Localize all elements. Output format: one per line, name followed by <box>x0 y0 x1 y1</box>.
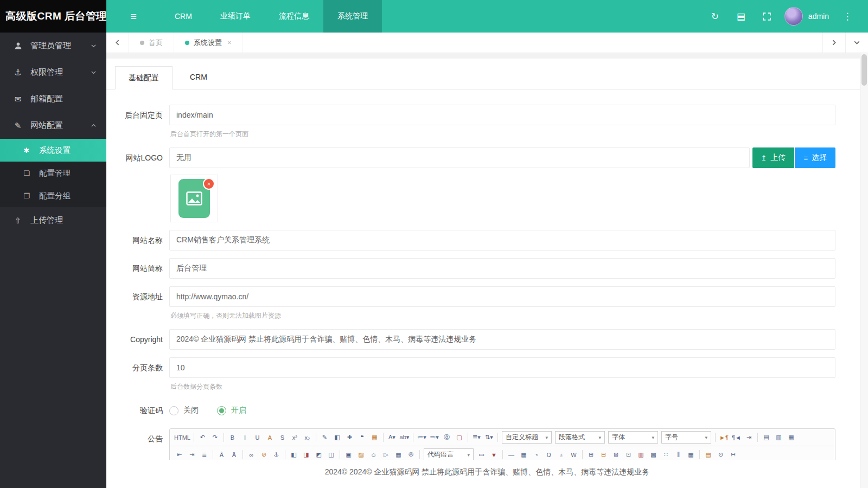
editor-tool-icon[interactable]: Â <box>216 449 227 460</box>
editor-tool-icon[interactable]: ►¶ <box>718 432 730 444</box>
editor-tool-icon[interactable]: S <box>277 432 288 444</box>
editor-tool-icon[interactable]: ⇥ <box>186 449 197 460</box>
editor-tool-icon[interactable]: Ä <box>228 449 240 460</box>
editor-tool-icon[interactable]: ◧ <box>288 449 299 460</box>
editor-tool-icon[interactable]: ▼ <box>488 449 500 460</box>
sidebar-item-upload-manage[interactable]: ⇧ 上传管理 <box>0 207 106 234</box>
editor-tool-icon[interactable]: ▤ <box>761 432 772 444</box>
editor-tool-icon[interactable]: ≔▾ <box>416 432 427 444</box>
editor-tool-icon[interactable]: Ω <box>543 449 554 460</box>
editor-dropdown[interactable]: 代码语言▾ <box>424 448 474 460</box>
avatar[interactable] <box>784 7 803 25</box>
upload-button[interactable]: ↥ 上传 <box>752 147 795 168</box>
editor-tool-icon[interactable]: B <box>227 432 238 444</box>
editor-tool-icon[interactable]: ⊘ <box>258 449 270 460</box>
editor-tool-icon[interactable]: ☺ <box>368 449 379 460</box>
editor-tool-icon[interactable]: ◔ <box>531 449 542 460</box>
editor-tool-icon[interactable]: x₂ <box>302 432 313 444</box>
tab-crm[interactable]: CRM <box>173 66 225 89</box>
editor-tool-icon[interactable]: ▢ <box>454 432 465 444</box>
editor-tool-icon[interactable]: ♁ <box>556 449 567 460</box>
editor-tool-icon[interactable]: HTML <box>174 432 191 444</box>
nav-item-process[interactable]: 流程信息 <box>265 0 323 33</box>
editor-tool-icon[interactable]: ⓐ <box>441 432 452 444</box>
clear-cache-icon[interactable]: ▤ <box>728 0 754 33</box>
editor-tool-icon[interactable]: ⊠ <box>610 449 622 460</box>
copyright-input[interactable] <box>169 329 835 350</box>
editor-tool-icon[interactable]: ▥ <box>773 432 784 444</box>
editor-tool-icon[interactable]: x² <box>289 432 301 444</box>
nav-item-system[interactable]: 系统管理 <box>323 0 382 33</box>
editor-tool-icon[interactable]: ⊞ <box>585 449 597 460</box>
editor-tool-icon[interactable]: ✎ <box>319 432 330 444</box>
captcha-on-radio[interactable]: 开启 <box>217 406 246 415</box>
editor-dropdown[interactable]: 字体▾ <box>608 431 658 444</box>
editor-tool-icon[interactable]: ▦ <box>685 449 697 460</box>
editor-tool-icon[interactable]: ∺ <box>727 449 739 460</box>
editor-tool-icon[interactable]: ◫ <box>326 449 337 460</box>
editor-tool-icon[interactable]: I <box>239 432 251 444</box>
editor-tool-icon[interactable]: ⊙ <box>715 449 726 460</box>
editor-tool-icon[interactable]: ❝ <box>356 432 368 444</box>
site-name-input[interactable] <box>169 230 835 251</box>
editor-tool-icon[interactable]: ▦ <box>369 432 380 444</box>
editor-tool-icon[interactable]: ▦ <box>518 449 529 460</box>
editor-dropdown[interactable]: 段落格式▾ <box>555 431 605 444</box>
editor-tool-icon[interactable]: ≣ <box>199 449 210 460</box>
editor-tool-icon[interactable]: ▩ <box>648 449 659 460</box>
refresh-icon[interactable]: ↻ <box>702 0 728 33</box>
close-icon[interactable]: × <box>227 38 232 47</box>
editor-tool-icon[interactable]: ↷ <box>209 432 221 444</box>
editor-tool-icon[interactable]: ▦ <box>786 432 797 444</box>
scrollbar[interactable] <box>860 53 868 488</box>
editor-tool-icon[interactable]: ⇅▾ <box>483 432 495 444</box>
sidebar-item-system-settings[interactable]: ✱ 系统设置 <box>0 139 106 162</box>
tabs-menu-icon[interactable] <box>845 33 868 53</box>
editor-tool-icon[interactable]: ◨ <box>301 449 312 460</box>
editor-tool-icon[interactable]: ▭ <box>476 449 487 460</box>
editor-tool-icon[interactable]: ⇥ <box>743 432 755 444</box>
editor-tool-icon[interactable]: U <box>252 432 263 444</box>
editor-tool-icon[interactable]: — <box>506 449 517 460</box>
editor-tool-icon[interactable]: ▷ <box>380 449 392 460</box>
editor-tool-icon[interactable]: ▤ <box>703 449 714 460</box>
editor-tool-icon[interactable]: ⊟ <box>598 449 609 460</box>
editor-tool-icon[interactable]: ✇ <box>405 449 417 460</box>
more-vert-icon[interactable]: ⋮ <box>834 0 860 33</box>
editor-tool-icon[interactable]: ∞ <box>246 449 257 460</box>
sidebar-item-admin-manage[interactable]: 管理员管理 <box>0 33 106 59</box>
editor-tool-icon[interactable]: ◩ <box>313 449 324 460</box>
menu-toggle-icon[interactable]: ≡ <box>106 0 161 33</box>
tab-home[interactable]: 首页 <box>129 33 174 53</box>
editor-tool-icon[interactable]: ⊡ <box>623 449 634 460</box>
sidebar-item-mail-config[interactable]: ✉ 邮箱配置 <box>0 86 106 112</box>
sidebar-item-site-config[interactable]: ✎ 网站配置 <box>0 112 106 139</box>
remove-image-icon[interactable]: × <box>203 178 215 190</box>
editor-tool-icon[interactable]: W <box>568 449 579 460</box>
tabs-scroll-left-icon[interactable] <box>106 33 129 53</box>
editor-tool-icon[interactable]: ≣▾ <box>471 432 482 444</box>
editor-tool-icon[interactable]: ≕▾ <box>429 432 440 444</box>
nav-item-crm[interactable]: CRM <box>161 0 206 33</box>
editor-tool-icon[interactable]: ↶ <box>197 432 208 444</box>
editor-dropdown[interactable]: 字号▾ <box>661 431 711 444</box>
tab-system-settings[interactable]: 系统设置 × <box>174 33 243 53</box>
editor-tool-icon[interactable]: ⫼ <box>673 449 684 460</box>
editor-tool-icon[interactable]: A <box>264 432 276 444</box>
scrollbar-thumb[interactable] <box>861 54 867 86</box>
editor-tool-icon[interactable]: A▾ <box>386 432 398 444</box>
editor-tool-icon[interactable]: ▦ <box>393 449 404 460</box>
fixed-page-input[interactable] <box>169 105 835 125</box>
sidebar-item-permission[interactable]: ⚓ 权限管理 <box>0 59 106 86</box>
choose-button[interactable]: ≡ 选择 <box>795 147 835 168</box>
editor-tool-icon[interactable]: ✚ <box>344 432 355 444</box>
editor-tool-icon[interactable]: ab▾ <box>399 432 410 444</box>
editor-tool-icon[interactable]: ⇤ <box>174 449 185 460</box>
page-size-input[interactable] <box>169 357 835 378</box>
username[interactable]: admin <box>808 12 829 21</box>
nav-item-orders[interactable]: 业绩订单 <box>206 0 265 33</box>
captcha-off-radio[interactable]: 关闭 <box>169 406 199 415</box>
editor-tool-icon[interactable]: ▥ <box>635 449 647 460</box>
editor-dropdown[interactable]: 自定义标题▾ <box>502 431 552 444</box>
tab-basic-config[interactable]: 基础配置 <box>115 66 173 89</box>
